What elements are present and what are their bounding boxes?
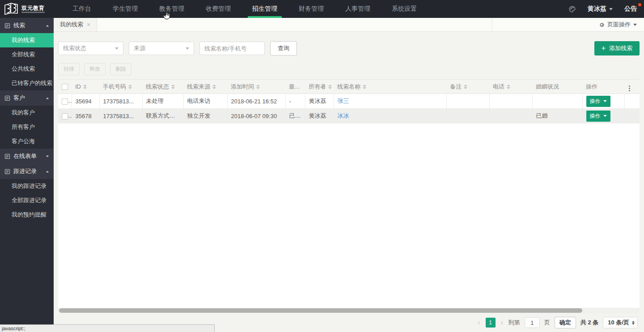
sort-icon[interactable]	[464, 85, 467, 89]
sidebar-group[interactable]: 线索	[0, 18, 54, 33]
column-header[interactable]: 线索状态	[142, 80, 183, 94]
chevron-down-icon	[186, 47, 189, 50]
sort-icon[interactable]	[171, 85, 175, 89]
goto-page-input[interactable]	[525, 317, 540, 328]
row-action-button[interactable]: 操作	[586, 96, 610, 107]
sidebar-item[interactable]: 我的客户	[0, 106, 54, 120]
logo-subtitle	[21, 12, 45, 13]
nav-item[interactable]: 工作台	[62, 0, 102, 18]
column-header[interactable]: 线索名称	[334, 80, 446, 94]
sort-icon[interactable]	[256, 85, 260, 89]
logo[interactable]: 双元教育	[0, 0, 54, 18]
search-input[interactable]	[199, 42, 265, 55]
form-icon	[4, 153, 10, 159]
lead-name-link[interactable]: 冰冰	[338, 112, 349, 119]
nav-item[interactable]: 收费管理	[195, 0, 242, 18]
sidebar-item[interactable]: 我的跟进记录	[0, 179, 54, 193]
sort-icon[interactable]	[128, 85, 132, 89]
tab-label: 我的线索	[60, 21, 83, 29]
query-button[interactable]: 查询	[270, 41, 297, 55]
nav-item[interactable]: 学生管理	[102, 0, 148, 18]
leads-table-panel: ID手机号码线索状态线索来源添加时间最...所有者线索名称备注电话婚姻状况操作 …	[58, 79, 640, 308]
column-header-label: 电话	[493, 83, 504, 91]
status-text: javascript:;	[2, 326, 25, 331]
bulk-action-button[interactable]: 释放	[84, 63, 106, 75]
sidebar-group-label: 线索	[13, 21, 25, 30]
column-header[interactable]: 电话	[489, 80, 532, 94]
bulk-action-button[interactable]: 删除	[110, 63, 131, 75]
nav-item[interactable]: 系统设置	[381, 0, 428, 18]
sort-icon[interactable]	[328, 85, 332, 89]
sidebar-group[interactable]: 跟进记录	[0, 164, 54, 179]
nav-item[interactable]: 招生管理	[242, 0, 288, 18]
notice-link[interactable]: 公告	[624, 5, 637, 13]
add-lead-button[interactable]: + 添加线索	[594, 41, 640, 55]
close-icon[interactable]: ×	[87, 21, 90, 28]
column-header-label: 线索来源	[187, 83, 210, 91]
column-header[interactable]: 添加时间	[227, 80, 285, 94]
sidebar-item[interactable]: 我的预约提醒	[0, 208, 54, 222]
sort-icon[interactable]	[212, 85, 216, 89]
column-header: 操作	[582, 80, 624, 94]
tab-bar: 我的线索 × 页面操作	[54, 18, 644, 32]
page-unit-label: 页	[544, 319, 550, 327]
nav-item[interactable]: 财务管理	[288, 0, 335, 18]
sidebar-item[interactable]: 全部跟进记录	[0, 193, 54, 208]
sidebar-group[interactable]: 客户	[0, 90, 54, 106]
sidebar-item[interactable]: 我的线索	[0, 33, 54, 47]
confirm-button[interactable]: 确定	[555, 317, 576, 328]
sort-icon[interactable]	[83, 85, 87, 89]
sidebar-item[interactable]: 所有客户	[0, 120, 54, 134]
page-size-select[interactable]: 10 条/页	[603, 317, 638, 328]
cell-owner: 黄冰荔	[305, 109, 334, 123]
row-action-button[interactable]: 操作	[586, 111, 610, 122]
table-row: 3567817375813...联系方式有效独立开发2018-06-07 09:…	[58, 109, 640, 123]
column-header[interactable]: 备注	[446, 80, 489, 94]
cell-more	[624, 94, 640, 109]
chevron-down-icon	[603, 115, 607, 117]
column-header[interactable]: 线索来源	[183, 80, 227, 94]
sidebar-group[interactable]: 在线表单	[0, 149, 54, 164]
lead-status-select[interactable]: 线索状态	[58, 42, 123, 55]
sort-icon[interactable]	[363, 85, 366, 89]
next-page-icon[interactable]: ›	[500, 319, 504, 327]
tab-my-leads[interactable]: 我的线索 ×	[54, 18, 97, 31]
sidebar-item[interactable]: 客户公海	[0, 134, 54, 149]
theme-palette-icon[interactable]	[568, 5, 576, 13]
user-menu[interactable]: 黄冰荔	[588, 5, 613, 13]
column-header-label: 手机号码	[103, 83, 126, 91]
cell-marital	[532, 94, 582, 109]
cell-marital: 已婚	[532, 109, 582, 123]
prev-page-icon[interactable]: ‹	[477, 319, 481, 327]
column-header[interactable]: 所有者	[305, 80, 334, 94]
column-header[interactable]: ID	[72, 80, 99, 94]
browser-status-bar: javascript:;	[0, 324, 215, 332]
nav-menu: 工作台学生管理教务管理收费管理招生管理财务管理人事管理系统设置	[62, 0, 428, 18]
sidebar-item[interactable]: 全部线索	[0, 47, 54, 62]
chevron-down-icon	[115, 47, 119, 50]
chevron-up-icon	[46, 170, 49, 172]
nav-item[interactable]: 教务管理	[148, 0, 195, 18]
select-all-checkbox[interactable]	[62, 84, 68, 90]
row-checkbox[interactable]	[62, 113, 68, 119]
form-icon	[4, 23, 10, 29]
sort-icon[interactable]	[507, 85, 510, 89]
column-header-label: ID	[75, 83, 81, 90]
bulk-action-button[interactable]: 转移	[58, 63, 80, 75]
row-action-label: 操作	[590, 112, 601, 120]
sidebar-group-label: 客户	[13, 94, 25, 102]
column-header[interactable]: 手机号码	[99, 80, 142, 94]
sidebar-item[interactable]: 已转客户的线索	[0, 76, 54, 90]
page-number-button[interactable]: 1	[486, 318, 496, 328]
column-header-label: 婚姻状况	[536, 83, 559, 91]
page-actions-button[interactable]: 页面操作	[492, 18, 644, 31]
more-columns-icon[interactable]	[628, 85, 631, 92]
source-select[interactable]: 来源	[129, 42, 194, 55]
row-checkbox[interactable]	[62, 98, 68, 105]
scrollbar-thumb[interactable]	[59, 308, 582, 313]
nav-item[interactable]: 人事管理	[335, 0, 381, 18]
column-header-label: 线索状态	[146, 83, 169, 91]
sidebar-item[interactable]: 公共线索	[0, 62, 54, 76]
notice-badge	[638, 3, 641, 6]
lead-name-link[interactable]: 张三	[338, 98, 349, 104]
